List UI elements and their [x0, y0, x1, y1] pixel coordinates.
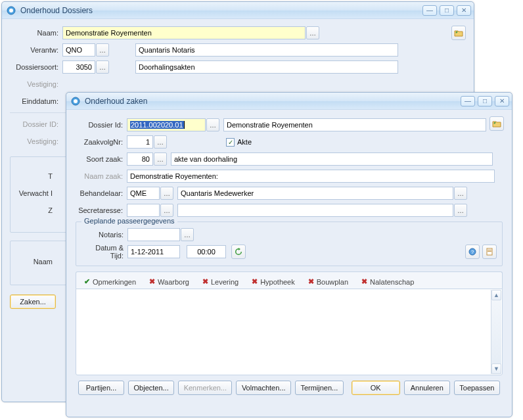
tab-content-area[interactable]: ▲ ▼ — [76, 289, 503, 375]
group-title-passeergegevens: Geplande passeergegevens — [81, 217, 177, 225]
field-dossiername[interactable]: Demonstratie Royementen — [223, 118, 486, 131]
scroll-up-icon[interactable]: ▲ — [491, 290, 501, 300]
label-verwacht: Verwacht I — [17, 189, 57, 197]
field-soortzaak-name[interactable]: akte van doorhaling — [171, 152, 493, 166]
label-dossierid: Dossier ID: — [10, 120, 62, 128]
tab-nalatenschap[interactable]: ✖Nalatenschap — [359, 275, 417, 289]
label-zaakvolgnr: ZaakvolgNr: — [76, 138, 127, 146]
tab-waarborg[interactable]: ✖Waarborg — [147, 275, 192, 289]
svg-point-1 — [9, 9, 13, 12]
lookup-verantw-button[interactable]: … — [96, 43, 109, 57]
field-behandelaar-name[interactable]: Quantaris Medewerker — [177, 187, 453, 200]
tabstrip: ✔Opmerkingen ✖Waarborg ✖Levering ✖Hypoth… — [76, 271, 503, 289]
scroll-down-icon[interactable]: ▼ — [491, 363, 501, 374]
minimize-button[interactable]: ― — [461, 96, 475, 106]
label-naam: Naam: — [10, 29, 62, 37]
field-naam[interactable]: Demonstratie Royementen — [62, 26, 306, 39]
label-naamzaak: Naam zaak: — [76, 172, 127, 180]
svg-point-3 — [74, 99, 78, 103]
termijnen-button[interactable]: Termijnen... — [295, 381, 344, 395]
minimize-button[interactable]: ― — [422, 5, 437, 16]
field-secretaresse-name[interactable] — [177, 204, 453, 217]
lookup-zaakvolgnr-button[interactable]: … — [154, 135, 167, 149]
dossierid-value: 2011.002020.01 — [130, 121, 184, 129]
vertical-scrollbar[interactable]: ▲ ▼ — [491, 290, 501, 374]
checkbox-akte[interactable] — [226, 138, 235, 147]
window-title-zaken: Onderhoud zaken — [85, 97, 461, 106]
open-folder-icon[interactable] — [489, 116, 504, 131]
lookup-notaris-button[interactable]: … — [181, 228, 194, 241]
app-icon — [70, 96, 81, 106]
label-vestiging: Vestiging: — [10, 80, 62, 88]
tab-label: Opmerkingen — [93, 278, 136, 286]
window-title-dossiers: Onderhoud Dossiers — [20, 6, 422, 15]
lookup-soortzaak-button[interactable]: … — [154, 152, 167, 166]
x-icon: ✖ — [252, 277, 258, 286]
toepassen-button[interactable]: Toepassen — [454, 381, 500, 395]
svg-text:?: ? — [471, 249, 474, 255]
tab-levering[interactable]: ✖Levering — [200, 275, 241, 289]
label-einddatum: Einddatum: — [10, 97, 62, 105]
label-akte: Akte — [237, 138, 252, 146]
label-t: T — [48, 172, 57, 180]
field-behandelaar-code[interactable]: QME — [127, 187, 160, 200]
partijen-button[interactable]: Partijen... — [78, 381, 124, 395]
document-icon[interactable] — [482, 245, 497, 259]
field-verantw-code[interactable]: QNO — [62, 43, 95, 57]
field-dossiersoort-name[interactable]: Doorhalingsakten — [135, 60, 398, 74]
label-soortzaak: Soort zaak: — [76, 155, 127, 163]
tab-bouwplan[interactable]: ✖Bouwplan — [306, 275, 351, 289]
x-icon: ✖ — [308, 277, 314, 286]
help-icon[interactable]: ? — [465, 245, 480, 259]
field-notaris[interactable] — [127, 228, 180, 241]
label-datumtijd: Datum & Tijd: — [81, 244, 127, 260]
field-naamzaak[interactable]: Demonstratie Royementen: — [127, 170, 495, 183]
ok-button[interactable]: OK — [352, 381, 400, 395]
close-button[interactable]: ✕ — [457, 5, 471, 16]
field-dossierid[interactable]: 2011.002020.01 — [127, 118, 206, 131]
field-secretaresse-code[interactable] — [127, 204, 160, 217]
label-z: Z — [48, 206, 57, 214]
zaken-button[interactable]: Zaken... — [10, 294, 56, 309]
tab-label: Waarborg — [158, 278, 189, 286]
label-notaris: Notaris: — [81, 231, 127, 239]
maximize-button[interactable]: □ — [478, 96, 492, 106]
tab-label: Hypotheek — [260, 278, 295, 286]
refresh-icon[interactable] — [231, 245, 246, 259]
lookup-behandelaar-button[interactable]: … — [160, 187, 173, 200]
lookup-secretaresse-button[interactable]: … — [160, 204, 173, 217]
titlebar-dossiers[interactable]: Onderhoud Dossiers ― □ ✕ — [2, 2, 474, 19]
volmachten-button[interactable]: Volmachten... — [236, 381, 290, 395]
field-dossiersoort-code[interactable]: 3050 — [62, 60, 95, 74]
lookup-secretaresse-name-button[interactable]: … — [454, 204, 467, 217]
label-naam2: Naam — [17, 258, 57, 266]
x-icon: ✖ — [361, 277, 367, 286]
kenmerken-button: Kenmerken... — [178, 381, 232, 395]
tab-label: Nalatenschap — [370, 278, 414, 286]
label-dossiersoort: Dossiersoort: — [10, 63, 62, 71]
lookup-dossierid-button[interactable]: … — [206, 118, 219, 131]
tab-opmerkingen[interactable]: ✔Opmerkingen — [81, 275, 139, 289]
field-datum[interactable]: 1-12-2011 — [127, 245, 180, 258]
svg-rect-8 — [488, 251, 491, 252]
tab-hypotheek[interactable]: ✖Hypotheek — [249, 275, 298, 289]
lookup-naam-button[interactable]: … — [306, 26, 319, 39]
label-vestiging2: Vestiging: — [10, 137, 62, 145]
close-button[interactable]: ✕ — [495, 96, 509, 106]
maximize-button[interactable]: □ — [440, 5, 454, 16]
field-soortzaak-code[interactable]: 80 — [127, 152, 153, 166]
check-icon: ✔ — [84, 277, 90, 286]
open-folder-icon[interactable] — [451, 26, 466, 40]
label-dossierid: Dossier Id: — [76, 121, 127, 129]
field-verantw-name[interactable]: Quantaris Notaris — [135, 43, 398, 57]
annuleren-button[interactable]: Annuleren — [404, 381, 450, 395]
objecten-button[interactable]: Objecten... — [128, 381, 174, 395]
label-secretaresse: Secretaresse: — [76, 206, 127, 214]
field-tijd[interactable]: 00:00 — [187, 245, 226, 258]
x-icon: ✖ — [202, 277, 208, 286]
field-zaakvolgnr[interactable]: 1 — [127, 135, 153, 149]
lookup-dossiersoort-button[interactable]: … — [96, 60, 109, 74]
lookup-behandelaar-name-button[interactable]: … — [454, 187, 467, 200]
label-behandelaar: Behandelaar: — [76, 189, 127, 197]
titlebar-zaken[interactable]: Onderhoud zaken ― □ ✕ — [66, 93, 512, 110]
